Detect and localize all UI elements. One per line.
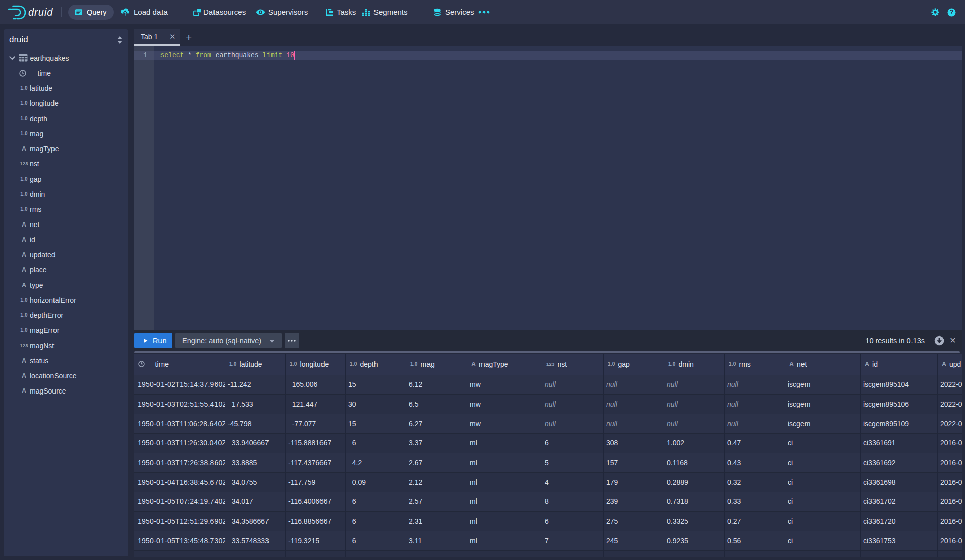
svg-text:?: ?	[950, 9, 953, 16]
